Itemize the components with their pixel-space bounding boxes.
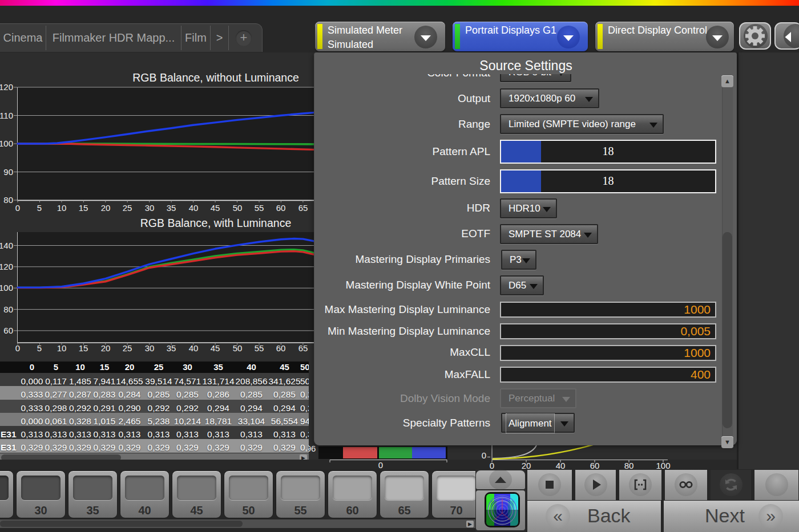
svg-text:80: 80 — [3, 304, 13, 314]
svg-text:55: 55 — [255, 343, 264, 353]
svg-text:10: 10 — [57, 343, 67, 353]
svg-text:60: 60 — [276, 203, 286, 213]
svg-text:0: 0 — [482, 450, 486, 460]
svg-text:15: 15 — [79, 343, 88, 353]
svg-text:60: 60 — [276, 343, 286, 353]
svg-text:35: 35 — [167, 343, 176, 353]
svg-text:65: 65 — [298, 203, 308, 213]
svg-text:30: 30 — [145, 343, 155, 353]
svg-text:90: 90 — [3, 167, 13, 177]
svg-text:20: 20 — [101, 203, 111, 213]
svg-text:25: 25 — [123, 343, 132, 353]
svg-text:60: 60 — [3, 326, 13, 335]
svg-text:30: 30 — [145, 203, 155, 213]
svg-text:50: 50 — [233, 343, 243, 353]
svg-text:96: 96 — [309, 445, 316, 453]
svg-text:55: 55 — [255, 203, 264, 213]
svg-text:RGB Balance, without Luminance: RGB Balance, without Luminance — [132, 71, 299, 84]
svg-text:45: 45 — [211, 343, 220, 353]
svg-text:120: 120 — [0, 82, 13, 92]
svg-text:40: 40 — [189, 203, 199, 213]
svg-text:50: 50 — [233, 203, 243, 213]
svg-text:20: 20 — [101, 343, 111, 353]
svg-text:10: 10 — [57, 203, 67, 213]
svg-text:140: 140 — [0, 241, 13, 250]
svg-text:0: 0 — [15, 203, 20, 213]
svg-text:120: 120 — [0, 262, 13, 271]
svg-text:15: 15 — [79, 203, 88, 213]
svg-text:45: 45 — [211, 203, 220, 213]
svg-text:40: 40 — [189, 343, 199, 353]
svg-text:65: 65 — [298, 343, 308, 353]
svg-text:0: 0 — [378, 460, 383, 470]
svg-text:100: 100 — [0, 139, 13, 148]
svg-text:100: 100 — [0, 283, 13, 293]
svg-text:110: 110 — [0, 111, 13, 120]
svg-text:35: 35 — [167, 203, 176, 213]
svg-text:RGB Balance, with Luminance: RGB Balance, with Luminance — [140, 217, 291, 229]
svg-text:5: 5 — [37, 343, 42, 353]
svg-text:80: 80 — [3, 195, 13, 205]
svg-text:5: 5 — [37, 203, 42, 213]
svg-text:25: 25 — [123, 203, 132, 213]
svg-text:0: 0 — [15, 343, 20, 353]
